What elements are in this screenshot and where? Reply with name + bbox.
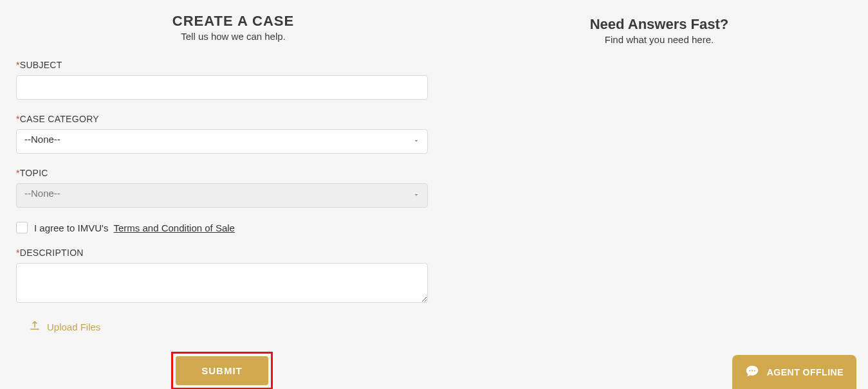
svg-point-0	[749, 370, 750, 371]
agree-checkbox[interactable]	[16, 222, 28, 233]
subject-label: *SUBJECT	[16, 60, 450, 70]
submit-highlight: SUBMIT	[171, 352, 273, 389]
description-input[interactable]	[16, 263, 428, 303]
description-label: *DESCRIPTION	[16, 248, 450, 258]
topic-label: *TOPIC	[16, 168, 450, 178]
help-subtitle: Find what you need here.	[450, 34, 868, 45]
subject-input[interactable]	[16, 75, 428, 100]
form-subtitle: Tell us how we can help.	[16, 31, 450, 42]
chat-widget[interactable]: AGENT OFFLINE	[732, 355, 856, 389]
submit-button[interactable]: SUBMIT	[176, 356, 268, 385]
svg-point-1	[752, 370, 753, 371]
form-title: CREATE A CASE	[16, 13, 450, 30]
category-label: *CASE CATEGORY	[16, 114, 450, 124]
chat-icon	[745, 364, 759, 380]
help-title: Need Answers Fast?	[450, 16, 868, 33]
upload-icon	[29, 320, 41, 334]
chat-status: AGENT OFFLINE	[767, 367, 844, 377]
category-select[interactable]: --None--	[16, 129, 428, 154]
terms-link[interactable]: Terms and Condition of Sale	[114, 222, 235, 233]
upload-files-button[interactable]: Upload Files	[29, 320, 450, 334]
upload-label: Upload Files	[47, 321, 100, 332]
topic-select[interactable]: --None--	[16, 183, 428, 208]
svg-point-2	[753, 370, 755, 371]
agree-text: I agree to IMVU's Terms and Condition of…	[34, 222, 235, 233]
